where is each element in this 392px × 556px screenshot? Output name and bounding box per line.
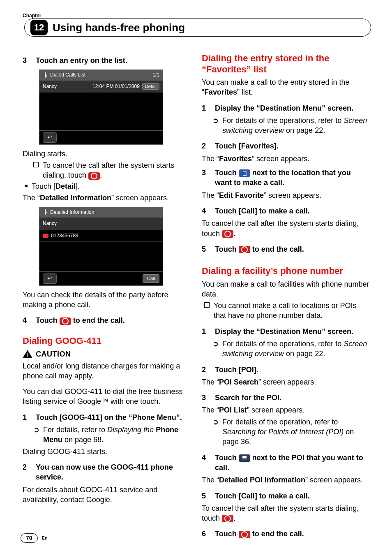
ref-icon: ➲ [212,339,218,359]
step-text: Touch an entry on the list. [36,56,127,65]
step-number: 3 [202,393,209,403]
step-number: 3 [202,168,209,188]
section-heading: Dialing the entry stored in the “Favorit… [202,53,369,75]
step-number: 4 [202,206,209,216]
body-text: The “Edit Favorite” screen appears. [202,190,369,200]
ref-text: For details, refer to Displaying the Pho… [43,425,190,445]
body-text: You can make a call to the entry stored … [202,77,369,97]
chapter-header: 12 Using hands-free phoning [24,19,371,37]
bluetooth-icon [43,209,48,215]
step-number: 4 [202,453,209,473]
step-number: 3 [23,56,30,65]
chapter-title: Using hands-free phoning [53,21,185,35]
step-text: Touch to end the call. [215,244,304,254]
dial-icon [239,169,250,177]
page-language: En [42,535,48,541]
right-column: Dialing the entry stored in the “Favorit… [202,53,369,542]
body-text: The “POI Search” screen appears. [202,377,369,387]
hangup-icon [222,230,233,238]
step-number: 1 [23,412,30,422]
step-number: 2 [202,365,209,375]
detail-name: Nancy [39,218,163,229]
body-text: The “Detailed POI Information” screen ap… [202,475,369,485]
body-text: The “Favorites” screen appears. [202,154,369,164]
left-column: 3Touch an entry on the list. Dialed Call… [23,53,190,542]
bluetooth-icon [43,72,48,78]
screenshot-dialed-calls: Dialed Calls List 1/1 Nancy 12:04 PM 01/… [39,70,163,144]
step-text: Search for the POI. [215,393,281,403]
body-text: The “POI List” screen appears. [202,405,369,415]
detail-button[interactable]: Detail [142,83,159,90]
step-text: Touch [Call] to make a call. [215,206,310,216]
body-text: To cancel the call after the system star… [202,218,369,239]
ss-pagecount: 1/1 [152,72,159,78]
step-number: 5 [202,244,209,254]
step-text: Display the “Destination Menu” screen. [215,103,353,113]
step-text: Touch to end the call. [215,529,304,539]
hangup-icon [60,317,71,325]
section-heading: Dialing GOOG-411 [23,335,190,347]
call-button[interactable]: Call [143,274,159,283]
page-number: 70 [21,533,38,543]
body-text: To cancel the call after the system star… [202,503,369,524]
body-text: You can check the details of the party b… [23,290,190,310]
ss-empty-area [39,242,163,271]
ref-text: For details of the operations, refer to … [222,116,369,136]
step-text: Display the “Destination Menu” screen. [215,327,353,336]
ref-icon: ➲ [212,116,218,136]
step-text: Touch next to the POI that you want to c… [215,453,369,473]
step-text: Touch [GOOG-411] on the “Phone Menu”. [36,412,182,422]
step-number: 1 [202,103,209,113]
ss-empty-area [39,93,163,130]
body-text: The “Detailed Information” screen appear… [23,193,190,203]
step-text: Touch [Call] to make a call. [215,491,310,501]
back-button[interactable]: ↶ [43,132,57,143]
note-icon [204,302,210,308]
ref-text: For details of the operations, refer to … [222,339,369,359]
bullet-text: Touch [Detail]. [32,181,80,191]
body-text: You can dial GOOG-411 to dial the free b… [23,387,190,407]
step-number: 5 [202,491,209,501]
call-name: Nancy [43,83,57,90]
step-number: 1 [202,327,209,336]
note-text: To cancel the call after the system star… [43,160,190,181]
step-text: Touch [Favorites]. [215,141,279,151]
step-text: Touch to end the call. [36,315,125,325]
bullet-icon [25,185,28,187]
step-text: Touch next to the location that you want… [215,168,369,188]
body-text: You can make a call to facilities with p… [202,279,369,299]
screenshot-detailed-info: Detailed Information Nancy 0123456789 ↶C… [39,207,163,285]
step-number: 2 [23,462,30,482]
step-number: 2 [202,141,209,151]
ref-icon: ➲ [212,417,218,447]
hangup-icon [88,172,100,180]
note-icon [33,162,39,167]
phone-tiny-icon [43,234,48,238]
hangup-icon [239,531,250,538]
ss-title: Detailed Information [50,209,94,215]
chapter-number-badge: 12 [30,20,48,35]
detail-number-row: 0123456789 [39,230,163,242]
caution-label: CAUTION [36,349,71,359]
hangup-icon [239,246,250,253]
body-text: Local and/or long distance charges for m… [23,361,190,381]
body-text: Dialing starts. [23,149,190,159]
body-text: Dialing GOOG-411 starts. [23,447,190,456]
step-number: 6 [202,529,209,539]
ref-text: For details of the operation, refer to S… [222,417,369,447]
step-number: 4 [23,315,30,325]
list-icon [239,454,250,462]
caution-icon [23,350,32,358]
call-time: 12:04 PM 01/01/2009 [92,83,140,90]
step-text: You can now use the GOOG-411 phone servi… [36,462,190,482]
section-heading: Dialing a facility’s phone number [202,266,369,276]
page-footer: 70 En [21,533,48,543]
back-button[interactable]: ↶ [43,273,57,284]
hangup-icon [222,515,233,522]
step-text: Touch [POI]. [215,365,258,375]
body-text: For details about GOOG-411 service and a… [23,485,190,505]
call-list-row[interactable]: Nancy 12:04 PM 01/01/2009 Detail [39,81,163,93]
note-text: You cannot make a call to locations or P… [214,301,369,321]
chapter-label: Chapter [23,12,369,19]
ss-title: Dialed Calls List [50,72,85,78]
